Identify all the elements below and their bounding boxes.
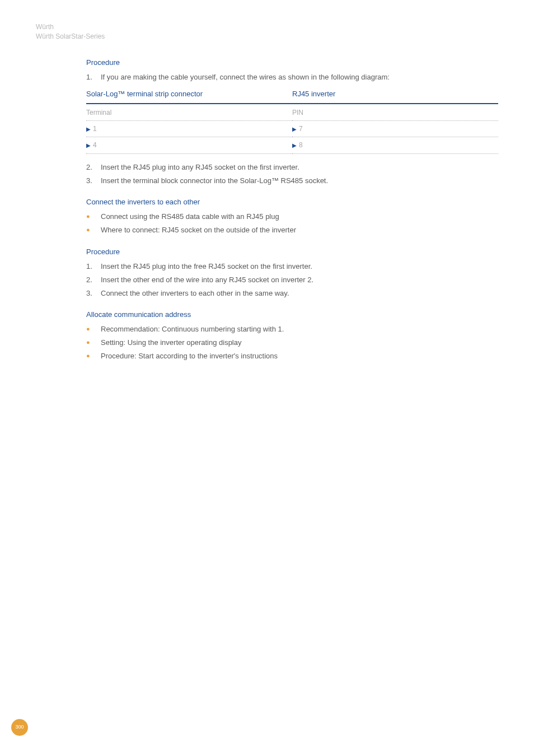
cell-value: 1: [93, 125, 97, 133]
procedure-list-2: 1. Insert the RJ45 plug into the free RJ…: [86, 261, 498, 299]
bullet-icon: ●: [86, 324, 101, 335]
list-text: Insert the RJ45 plug into any RJ45 socke…: [101, 162, 299, 173]
list-item: ● Connect using the RS485 data cable wit…: [86, 211, 498, 222]
page-header-line2: Würth SolarStar-Series: [36, 32, 498, 41]
section-heading-procedure-1: Procedure: [86, 57, 498, 68]
list-text: Procedure: Start according to the invert…: [101, 351, 278, 362]
page-number-badge: 300: [11, 719, 28, 736]
list-item: ● Setting: Using the inverter operating …: [86, 337, 498, 348]
list-number: 3.: [86, 288, 101, 299]
page-header: Würth Würth SolarStar-Series: [36, 22, 498, 41]
list-number: 3.: [86, 175, 101, 186]
list-text: Connect using the RS485 data cable with …: [101, 211, 279, 222]
section-heading-connect: Connect the inverters to each other: [86, 197, 498, 208]
list-text: Insert the other end of the wire into an…: [101, 274, 313, 286]
list-item: 3. Connect the other inverters to each o…: [86, 288, 498, 299]
list-text: Connect the other inverters to each othe…: [101, 288, 289, 299]
main-content: Procedure 1. If you are making the cable…: [36, 57, 498, 362]
triangle-icon: ▶: [86, 142, 91, 148]
cell-value: 8: [299, 141, 303, 149]
procedure-list-1b: 2. Insert the RJ45 plug into any RJ45 so…: [86, 162, 498, 186]
cell-value: 7: [299, 125, 303, 133]
bullet-icon: ●: [86, 351, 101, 362]
list-number: 2.: [86, 274, 101, 286]
bullet-icon: ●: [86, 211, 101, 222]
list-number: 1.: [86, 261, 101, 272]
list-text: Setting: Using the inverter operating di…: [101, 337, 241, 348]
page-number: 300: [15, 724, 24, 731]
table-row: ▶1 ▶7: [86, 120, 498, 137]
procedure-list-1: 1. If you are making the cable yourself,…: [86, 72, 498, 83]
section-heading-allocate: Allocate communication address: [86, 309, 498, 320]
list-text: Insert the RJ45 plug into the free RJ45 …: [101, 261, 312, 272]
list-item: ● Recommendation: Continuous numbering s…: [86, 324, 498, 335]
list-item: 2. Insert the other end of the wire into…: [86, 274, 498, 286]
list-item: 2. Insert the RJ45 plug into any RJ45 so…: [86, 162, 498, 173]
list-text: Recommendation: Continuous numbering sta…: [101, 324, 284, 335]
list-text: Insert the terminal block connector into…: [101, 175, 328, 186]
table-header-right: RJ45 inverter: [292, 86, 498, 104]
table-row: ▶4 ▶8: [86, 137, 498, 154]
connect-bullets: ● Connect using the RS485 data cable wit…: [86, 211, 498, 236]
list-item: ● Procedure: Start according to the inve…: [86, 351, 498, 362]
list-number: 1.: [86, 72, 101, 83]
list-item: ● Where to connect: RJ45 socket on the o…: [86, 225, 498, 236]
list-item: 3. Insert the terminal block connector i…: [86, 175, 498, 186]
connector-table: Solar-Log™ terminal strip connector RJ45…: [86, 86, 498, 154]
table-subheader-left: Terminal: [86, 104, 292, 120]
list-text: Where to connect: RJ45 socket on the out…: [101, 225, 296, 236]
list-item: 1. If you are making the cable yourself,…: [86, 72, 498, 83]
triangle-icon: ▶: [292, 142, 297, 148]
table-header-left: Solar-Log™ terminal strip connector: [86, 86, 292, 104]
section-heading-procedure-2: Procedure: [86, 246, 498, 258]
list-text: If you are making the cable yourself, co…: [101, 72, 390, 83]
allocate-bullets: ● Recommendation: Continuous numbering s…: [86, 324, 498, 362]
cell-value: 4: [93, 141, 97, 149]
list-number: 2.: [86, 162, 101, 173]
triangle-icon: ▶: [86, 126, 91, 132]
bullet-icon: ●: [86, 337, 101, 348]
bullet-icon: ●: [86, 225, 101, 236]
triangle-icon: ▶: [292, 126, 297, 132]
table-subheader-right: PIN: [292, 104, 498, 120]
list-item: 1. Insert the RJ45 plug into the free RJ…: [86, 261, 498, 272]
page-header-line1: Würth: [36, 22, 498, 32]
